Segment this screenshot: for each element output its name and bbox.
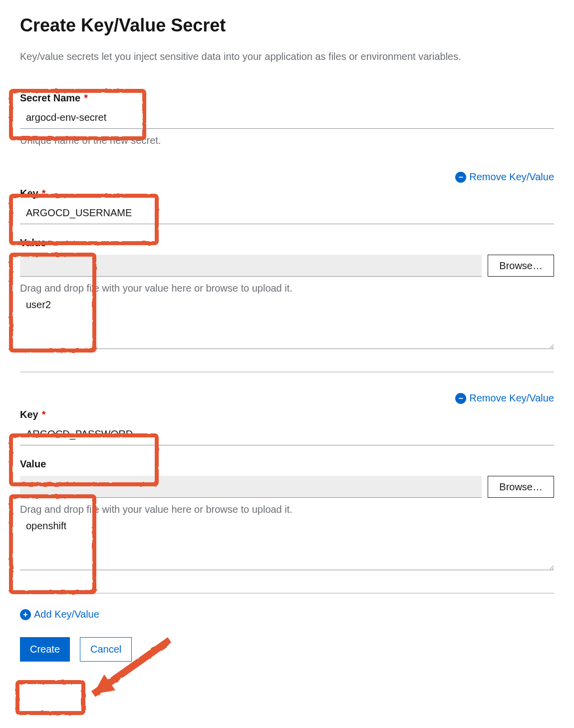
minus-circle-icon: − bbox=[455, 393, 466, 404]
secret-name-label: Secret Name bbox=[20, 92, 80, 104]
value-label: Value bbox=[20, 458, 46, 470]
key-label: Key bbox=[20, 188, 38, 199]
value-drop-help: Drag and drop file with your value here … bbox=[20, 504, 554, 515]
value-drop-help: Drag and drop file with your value here … bbox=[20, 283, 554, 294]
key-field: Key * bbox=[20, 188, 554, 224]
kv-group: − Remove Key/Value Key * Value Browse… D… bbox=[20, 372, 554, 594]
remove-key-value-label: Remove Key/Value bbox=[469, 171, 554, 183]
secret-name-input[interactable] bbox=[20, 107, 554, 129]
value-dropzone[interactable] bbox=[20, 255, 482, 277]
create-button[interactable]: Create bbox=[20, 637, 70, 662]
key-input[interactable] bbox=[20, 202, 554, 224]
kv-group: − Remove Key/Value Key * Value Browse… D… bbox=[20, 151, 554, 372]
minus-circle-icon: − bbox=[455, 172, 466, 183]
key-label: Key bbox=[20, 409, 38, 420]
required-indicator: * bbox=[84, 92, 88, 104]
remove-key-value-button[interactable]: − Remove Key/Value bbox=[455, 171, 554, 183]
browse-button[interactable]: Browse… bbox=[488, 255, 554, 277]
required-indicator: * bbox=[42, 409, 46, 420]
create-secret-form: Create Key/Value Secret Key/value secret… bbox=[0, 0, 574, 682]
remove-key-value-label: Remove Key/Value bbox=[469, 392, 554, 404]
browse-button[interactable]: Browse… bbox=[488, 476, 554, 498]
value-field: Value Browse… Drag and drop file with yo… bbox=[20, 458, 554, 573]
remove-key-value-button[interactable]: − Remove Key/Value bbox=[455, 392, 554, 404]
add-key-value-label: Add Key/Value bbox=[34, 609, 99, 620]
key-field: Key * bbox=[20, 409, 554, 445]
cancel-button[interactable]: Cancel bbox=[80, 637, 132, 662]
key-input[interactable] bbox=[20, 423, 554, 445]
action-row: Create Cancel bbox=[20, 637, 554, 662]
secret-name-field: Secret Name * Unique name of the new sec… bbox=[20, 92, 554, 146]
page-title: Create Key/Value Secret bbox=[20, 15, 554, 36]
value-label: Value bbox=[20, 237, 46, 249]
add-key-value-button[interactable]: + Add Key/Value bbox=[20, 609, 99, 620]
required-indicator: * bbox=[42, 188, 46, 199]
secret-name-help: Unique name of the new secret. bbox=[20, 135, 554, 146]
value-textarea[interactable]: user2 bbox=[20, 294, 554, 349]
page-description: Key/value secrets let you inject sensiti… bbox=[20, 51, 554, 62]
value-dropzone[interactable] bbox=[20, 476, 482, 498]
value-textarea[interactable]: openshift bbox=[20, 515, 554, 570]
plus-circle-icon: + bbox=[20, 609, 31, 620]
value-field: Value Browse… Drag and drop file with yo… bbox=[20, 237, 554, 352]
